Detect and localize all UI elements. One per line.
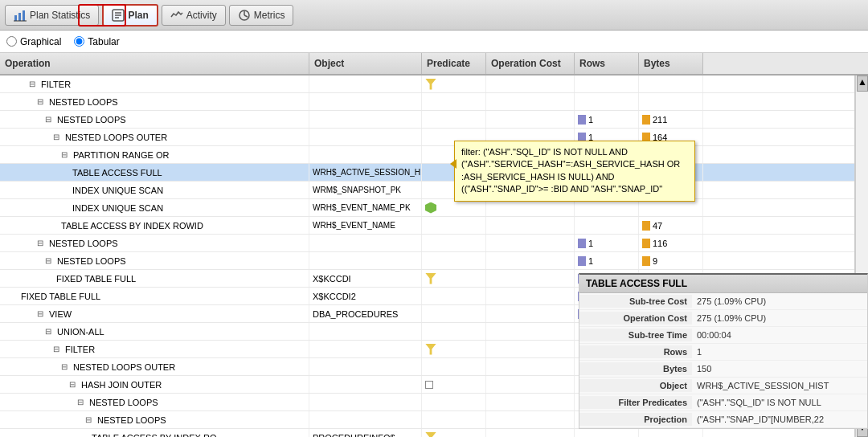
header-opcost: Operation Cost	[486, 53, 575, 74]
tab-plan[interactable]: Plan	[102, 4, 158, 27]
detail-value: 00:00:04	[692, 329, 867, 341]
detail-row-bytes: Bytes 150	[579, 361, 867, 378]
expand-icon: ⊟	[61, 362, 71, 372]
expand-icon: ⊟	[45, 256, 55, 266]
expand-icon: ⊟	[53, 345, 63, 354]
header-operation: Operation	[0, 53, 309, 74]
bytes-icon	[642, 115, 650, 125]
detail-row-projection: Projection ("ASH"."SNAP_ID"[NUMBER,22	[579, 411, 867, 428]
column-headers: Operation Object Predicate Operation Cos…	[0, 53, 868, 76]
detail-row-subtree-time: Sub-tree Time 00:00:04	[579, 327, 867, 344]
tab-activity-label: Activity	[186, 10, 217, 21]
expand-icon: ⊟	[77, 398, 87, 407]
chart-icon	[14, 9, 27, 22]
tab-plan-statistics[interactable]: Plan Statistics	[5, 5, 99, 26]
tabular-radio-input[interactable]	[74, 36, 84, 47]
detail-value: 275 (1.09% CPU)	[692, 295, 867, 308]
detail-label: Filter Predicates	[579, 396, 692, 409]
detail-panel: TABLE ACCESS FULL Sub-tree Cost 275 (1.0…	[579, 273, 868, 429]
svg-line-10	[244, 15, 248, 17]
detail-label: Rows	[579, 345, 692, 358]
detail-label: Object	[579, 379, 692, 392]
filter-icon	[425, 273, 436, 284]
rows-icon	[578, 115, 586, 125]
detail-title: TABLE ACCESS FULL	[579, 275, 867, 293]
graphical-radio-input[interactable]	[6, 36, 17, 47]
graphical-radio[interactable]: Graphical	[6, 36, 61, 47]
plan-icon	[112, 9, 125, 22]
bytes-icon	[642, 256, 650, 266]
table-row[interactable]: ⊟ NESTED LOOPS	[0, 93, 854, 111]
detail-label: Operation Cost	[579, 312, 692, 325]
detail-row-rows: Rows 1	[579, 344, 867, 361]
svg-rect-1	[18, 13, 21, 21]
header-object: Object	[309, 53, 422, 74]
tab-plan-statistics-label: Plan Statistics	[30, 10, 90, 21]
expand-icon: ⊟	[53, 133, 63, 142]
detail-value: ("ASH"."SNAP_ID"[NUMBER,22	[692, 413, 867, 426]
detail-value: ("ASH"."SQL_ID" IS NOT NULL	[692, 396, 867, 409]
expand-icon: ⊟	[85, 415, 95, 425]
table-row[interactable]: ⊟ PARTITION RANGE OR 1 150	[0, 146, 854, 164]
bytes-icon	[642, 221, 650, 231]
detail-row-object: Object WRH$_ACTIVE_SESSION_HIST	[579, 378, 867, 394]
table-row[interactable]: ⊟ FILTER	[0, 76, 854, 93]
table-row-table-access-full[interactable]: TABLE ACCESS FULL WRH$_ACTIVE_SESSION_HI…	[0, 164, 854, 182]
table-row[interactable]: INDEX UNIQUE SCAN WRM$_SNAPSHOT_PK 14	[0, 182, 854, 199]
bytes-icon	[642, 239, 650, 248]
tabular-label: Tabular	[88, 36, 119, 47]
access-icon	[425, 202, 436, 214]
rows-icon	[578, 239, 586, 248]
table-row[interactable]: ⊟ NESTED LOOPS OUTER 1 164	[0, 129, 854, 146]
header-predicate: Predicate	[422, 53, 486, 74]
tooltip-text: filter: ("ASH"."SQL_ID" IS NOT NULL AND …	[461, 146, 688, 196]
expand-icon: ⊟	[29, 80, 39, 89]
tabular-radio[interactable]: Tabular	[74, 36, 119, 47]
header-bytes: Bytes	[639, 53, 703, 74]
filter-icon	[425, 79, 436, 90]
tooltip-arrow	[450, 159, 457, 169]
expand-icon: ⊟	[69, 380, 79, 390]
scroll-up-btn[interactable]: ▲	[857, 76, 868, 92]
tab-activity[interactable]: Activity	[162, 5, 226, 26]
detail-value: 150	[692, 362, 867, 375]
toolbar: Plan Statistics Plan Activity Metrics	[0, 0, 868, 31]
graphical-label: Graphical	[20, 36, 61, 47]
table-row[interactable]: ⊟ NESTED LOOPS 1 211	[0, 111, 854, 129]
predicate-tooltip: filter: ("ASH"."SQL_ID" IS NOT NULL AND …	[454, 141, 695, 202]
table-row[interactable]: ⊟ NESTED LOOPS 1 9	[0, 252, 854, 270]
tab-plan-label: Plan	[128, 10, 148, 21]
table-row[interactable]: INDEX UNIQUE SCAN WRH$_EVENT_NAME_PK	[0, 199, 854, 217]
table-row[interactable]: TABLE ACCESS BY INDEX ROWID WRH$_EVENT_N…	[0, 217, 854, 235]
expand-icon: ⊟	[37, 239, 47, 248]
detail-label: Bytes	[579, 362, 692, 375]
detail-value: WRH$_ACTIVE_SESSION_HIST	[692, 379, 867, 392]
rows-icon	[578, 256, 586, 266]
expand-icon: ⊟	[37, 309, 47, 319]
expand-icon: ⊟	[45, 115, 55, 125]
view-mode-selector: Graphical Tabular	[0, 31, 868, 53]
detail-value: 1	[692, 345, 867, 358]
expand-icon: ⊟	[61, 150, 71, 160]
expand-icon: ⊟	[37, 97, 47, 107]
detail-value: 275 (1.09% CPU)	[692, 312, 867, 325]
detail-row-subtree-cost: Sub-tree Cost 275 (1.09% CPU)	[579, 293, 867, 310]
tab-metrics-label: Metrics	[254, 10, 285, 21]
expand-icon: ⊟	[45, 327, 55, 337]
svg-rect-2	[23, 10, 25, 21]
svg-rect-0	[14, 15, 17, 21]
header-rows: Rows	[575, 53, 639, 74]
table-row[interactable]: ⊟ NESTED LOOPS 1 116	[0, 235, 854, 252]
filter-icon	[425, 344, 436, 355]
detail-label: Sub-tree Cost	[579, 295, 692, 308]
small-box-icon	[425, 381, 433, 389]
activity-icon	[170, 9, 183, 22]
filter-icon	[425, 432, 436, 438]
metrics-icon	[238, 9, 251, 22]
detail-label: Projection	[579, 413, 692, 426]
tab-metrics[interactable]: Metrics	[229, 5, 294, 26]
detail-row-op-cost: Operation Cost 275 (1.09% CPU)	[579, 310, 867, 327]
detail-row-filter: Filter Predicates ("ASH"."SQL_ID" IS NOT…	[579, 394, 867, 411]
table-row[interactable]: TABLE ACCESS BY INDEX RO... PROCEDUREINF…	[0, 429, 854, 437]
detail-label: Sub-tree Time	[579, 329, 692, 341]
